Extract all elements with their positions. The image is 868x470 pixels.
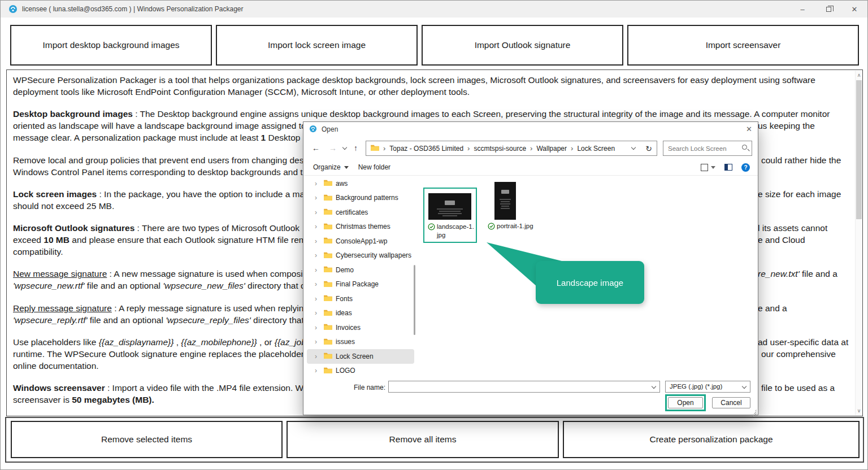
open-dialog: Open ✕ ← → ↑ ›Topaz - OSD365 Limited›scc… [303, 121, 758, 415]
tree-chevron-icon[interactable]: › [315, 194, 324, 202]
tree-scrollbar[interactable] [414, 265, 415, 335]
tree-chevron-icon[interactable]: › [315, 352, 324, 360]
refresh-icon[interactable]: ↻ [645, 144, 652, 153]
filename-input[interactable] [392, 382, 646, 391]
tree-item-logo[interactable]: ›LOGO [307, 364, 414, 378]
import-lock-screen-image-button[interactable]: Import lock screen image [216, 25, 418, 66]
tree-item-demo[interactable]: ›Demo [307, 263, 414, 277]
search-box[interactable] [663, 141, 752, 156]
import-button-row: Import desktop background imagesImport l… [10, 25, 859, 66]
preview-pane-icon[interactable] [724, 164, 732, 171]
tree-chevron-icon[interactable]: › [315, 237, 324, 245]
tree-item-label: Lock Screen [336, 352, 374, 360]
breadcrumb-sccmtspsi-source[interactable]: sccmtspsi-source [474, 145, 526, 153]
tree-item-label: Final Package [336, 280, 379, 288]
tree-item-issues[interactable]: ›issues [307, 335, 414, 350]
folder-icon [324, 251, 332, 260]
tree-item-certificates[interactable]: ›certificates [307, 205, 414, 220]
tree-chevron-icon[interactable]: › [315, 367, 324, 375]
tree-item-label: aws [336, 180, 348, 188]
tree-item-christmas-themes[interactable]: ›Christmas themes [307, 220, 414, 234]
import-desktop-background-images-button[interactable]: Import desktop background images [10, 25, 212, 66]
organize-dropdown-icon [344, 166, 349, 169]
tree-chevron-icon[interactable]: › [315, 180, 324, 188]
tree-item-consoleapp1-wp[interactable]: ›ConsoleApp1-wp [307, 234, 414, 249]
cancel-button[interactable]: Cancel [712, 397, 750, 408]
filetype-select[interactable]: JPEG (.jpg) (*.jpg) [665, 381, 750, 393]
action-button-row: Remove selected itemsRemove all itemsCre… [5, 417, 864, 463]
folder-icon [324, 367, 332, 375]
close-button[interactable]: ✕ [841, 1, 867, 18]
search-input[interactable] [668, 142, 736, 155]
remove-all-items-button[interactable]: Remove all items [287, 421, 559, 458]
tree-item-aws[interactable]: ›aws [307, 176, 414, 191]
folder-icon [324, 338, 332, 346]
breadcrumb-chevron-icon: › [383, 144, 385, 153]
forward-icon[interactable]: → [329, 143, 337, 153]
address-bar[interactable]: ›Topaz - OSD365 Limited›sccmtspsi-source… [366, 141, 657, 156]
tree-item-invoices[interactable]: ›Invoices [307, 320, 414, 335]
tree-chevron-icon[interactable]: › [315, 208, 324, 216]
tree-chevron-icon[interactable]: › [315, 251, 324, 259]
import-screensaver-button[interactable]: Import screensaver [627, 25, 859, 66]
tree-item-label: Background patterns [336, 194, 398, 202]
address-dropdown-icon[interactable] [631, 145, 636, 150]
scroll-down-icon[interactable]: ∨ [856, 407, 862, 414]
dialog-close-icon[interactable]: ✕ [746, 125, 752, 133]
file-landscape-1[interactable]: landscape-1.jpg [423, 188, 477, 243]
tree-item-label: certificates [336, 208, 368, 216]
filename-combobox[interactable] [388, 381, 660, 393]
tree-chevron-icon[interactable]: › [315, 338, 324, 346]
tree-item-lock-screen[interactable]: ›Lock Screen [307, 349, 414, 364]
folder-icon [324, 352, 332, 360]
create-personalization-package-button[interactable]: Create personalization package [563, 421, 860, 458]
new-folder-button[interactable]: New folder [358, 163, 390, 171]
folder-tree: ›aws›Background patterns›certificates›Ch… [307, 176, 414, 381]
folder-icon [324, 266, 332, 274]
callout-landscape-image: Landscape image [536, 261, 644, 304]
filename-dropdown-icon[interactable] [652, 384, 656, 389]
organize-menu[interactable]: Organize [313, 163, 349, 171]
remove-selected-items-button[interactable]: Remove selected items [11, 421, 283, 458]
tree-item-final-package[interactable]: ›Final Package [307, 277, 414, 292]
tree-item-fonts[interactable]: ›Fonts [307, 291, 414, 306]
resize-grip-icon[interactable] [751, 408, 757, 414]
folder-icon [324, 194, 332, 202]
scrollbar-thumb[interactable] [856, 80, 862, 219]
breadcrumb-chevron-icon: › [467, 144, 470, 153]
back-icon[interactable]: ← [312, 143, 320, 153]
vertical-scrollbar[interactable]: ∧ ∨ [855, 71, 862, 415]
tree-item-background-patterns[interactable]: ›Background patterns [307, 191, 414, 206]
file-portrait-1[interactable]: portrait-1.jpg [488, 176, 550, 243]
maximize-button[interactable] [815, 1, 841, 18]
tree-item-label: issues [336, 338, 355, 346]
view-mode-button[interactable] [701, 164, 715, 171]
breadcrumb-topaz-osd365-limited[interactable]: Topaz - OSD365 Limited [389, 145, 463, 153]
tree-chevron-icon[interactable]: › [315, 223, 324, 230]
tree-item-cybersecurity-wallpapers[interactable]: ›Cybersecurity wallpapers [307, 249, 414, 263]
folder-icon [324, 237, 332, 245]
minimize-button[interactable]: – [789, 1, 815, 18]
tree-chevron-icon[interactable]: › [315, 266, 324, 274]
tree-chevron-icon[interactable]: › [315, 324, 324, 332]
tree-item-label: Cybersecurity wallpapers [336, 251, 411, 259]
scroll-up-icon[interactable]: ∧ [856, 72, 862, 79]
tree-chevron-icon[interactable]: › [315, 309, 324, 317]
breadcrumb-wallpaper[interactable]: Wallpaper [536, 145, 567, 153]
filename-label: File name: [303, 384, 385, 391]
breadcrumb-chevron-icon: › [530, 144, 532, 153]
tree-chevron-icon[interactable]: › [315, 295, 324, 303]
tree-item-ideas[interactable]: ›ideas [307, 306, 414, 321]
breadcrumb-lock-screen[interactable]: Lock Screen [577, 145, 615, 153]
breadcrumb-chevron-icon: › [571, 144, 573, 153]
tree-item-label: ideas [336, 309, 352, 317]
tree-chevron-icon[interactable]: › [315, 280, 324, 288]
view-icon [701, 164, 708, 171]
dialog-app-icon [309, 125, 317, 134]
landscape-thumbnail [428, 193, 471, 220]
filetype-dropdown-icon [742, 384, 747, 389]
import-outlook-signature-button[interactable]: Import Outlook signature [422, 25, 623, 66]
recent-locations-icon[interactable] [342, 145, 347, 150]
help-icon[interactable]: ? [741, 163, 750, 172]
up-icon[interactable]: ↑ [354, 143, 358, 153]
